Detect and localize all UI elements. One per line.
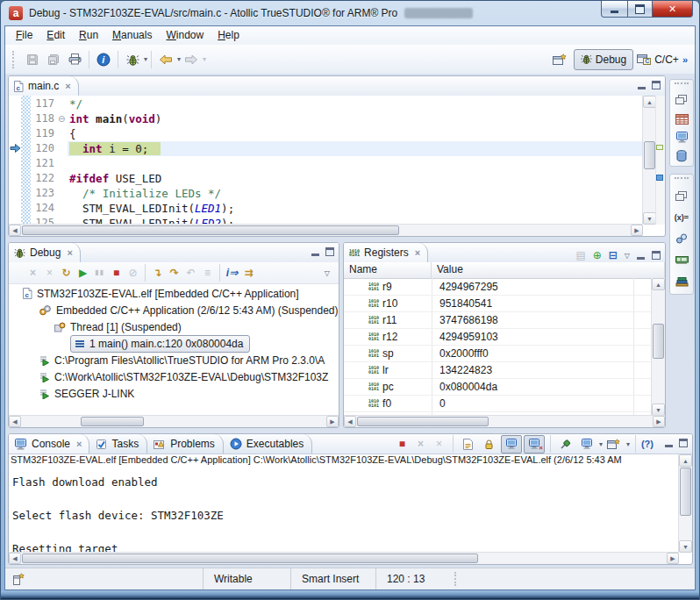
info-button[interactable]: i [93,49,114,70]
maximize-button[interactable] [628,1,653,18]
pin-console-button[interactable] [556,436,575,453]
add-register-group-icon[interactable]: ⊕ [593,247,602,263]
print-button[interactable] [64,49,85,70]
code-area[interactable]: */ int main(void) { int i = 0; #ifdef US… [68,96,643,225]
console-fast-view-button[interactable] [670,128,693,146]
tab-problems[interactable]: Problems [147,434,224,454]
editor-vscroll-thumb[interactable] [644,141,655,169]
view-menu-icon[interactable]: ▽ [625,252,630,260]
help-icon[interactable]: (?) [641,436,654,452]
tab-debug[interactable]: Debug × [9,243,81,262]
registers-vertical-scrollbar[interactable]: ▲ ▼ [651,278,665,416]
console-hscroll-thumb[interactable] [22,554,478,563]
open-console-button[interactable] [604,436,624,453]
registers-horizontal-scrollbar[interactable]: ◀ ▶ [344,415,665,427]
open-perspective-button[interactable] [549,49,570,70]
back-button[interactable] [155,49,176,70]
tree-item-stack-frame[interactable]: 1 main() main.c:120 0x080004da [70,335,250,352]
scroll-up-icon[interactable]: ▲ [679,454,692,467]
current-line-marker[interactable] [656,145,663,150]
scroll-right-icon[interactable]: ▶ [667,553,679,564]
menu-edit[interactable]: Edit [39,26,72,45]
debug-launch-dropdown[interactable]: ▾ [144,55,147,63]
clear-console-button[interactable] [459,436,478,453]
scroll-left-icon[interactable]: ◀ [9,416,21,427]
folding-column[interactable]: ⊖ [57,96,68,225]
tab-close-icon[interactable]: × [415,247,420,258]
display-console-dropdown[interactable]: ▾ [599,440,603,448]
scroll-left-icon[interactable]: ◀ [9,225,21,236]
scroll-left-icon[interactable]: ◀ [344,416,356,427]
tab-main-c[interactable]: c main.c × [9,76,79,96]
tab-registers[interactable]: 10100101 Registers × [344,243,428,262]
menu-help[interactable]: Help [211,26,246,45]
instruction-stepping-icon[interactable]: ≡ [199,265,216,281]
debug-minimize-icon[interactable] [311,248,319,256]
register-row[interactable]: 10100101r94294967295 [344,278,652,296]
console-vertical-scrollbar[interactable]: ▲ ▼ [678,454,692,553]
breakpoints-view-button[interactable] [670,228,693,249]
scroll-up-icon[interactable]: ▲ [652,278,665,290]
perspective-cpp-button[interactable]: C C/C+ [637,54,679,66]
tree-item-segger[interactable]: SEGGER J-LINK [39,385,134,402]
show-debug-info-icon[interactable]: i⇒ [224,265,240,281]
menu-run[interactable]: Run [72,26,105,45]
register-row[interactable]: 10100101lr134224823 [344,361,652,379]
selected-stack-frame[interactable]: 1 main() main.c:120 0x080004da [70,335,250,353]
step-into-icon[interactable]: ↴ [149,265,166,281]
tab-tasks[interactable]: Tasks [89,434,147,454]
tab-close-icon[interactable]: × [76,439,82,449]
registers-vscroll-thumb[interactable] [653,324,664,359]
disconnect-icon[interactable]: ⊘ [125,265,141,281]
step-over-icon[interactable]: ↷ [166,265,182,281]
tree-item-gdb-path[interactable]: C:\Program Files\Atollic\TrueSTUDIO for … [39,352,325,368]
editor-minimize-icon[interactable] [638,82,646,89]
menu-manuals[interactable]: Manuals [105,26,159,45]
minimize-button[interactable] [601,1,628,18]
save-button[interactable] [22,49,43,70]
forward-dropdown[interactable]: ▾ [203,55,206,63]
menu-file[interactable]: File [9,26,39,45]
save-all-button[interactable] [43,49,64,70]
column-name[interactable]: Name [344,262,432,278]
perspective-debug-button[interactable]: Debug [574,49,633,70]
scroll-lock-button[interactable] [480,436,499,453]
registers-minimize-icon[interactable] [637,252,645,260]
tab-close-icon[interactable]: × [67,247,72,258]
reset-icon[interactable]: × [41,265,58,281]
step-return-icon[interactable]: ↶ [182,265,199,281]
debug-hscroll-thumb[interactable] [81,417,144,426]
scroll-left-icon[interactable]: ◀ [9,553,21,564]
register-row[interactable]: 10100101pc0x080004da [344,378,652,396]
annotation-ruler[interactable] [9,96,22,225]
editor-body[interactable]: 117 118 119 120 121 122 123 124 125 ⊖ [9,96,665,236]
scroll-down-icon[interactable]: ▼ [643,212,656,225]
scroll-up-icon[interactable]: ▲ [643,96,656,108]
remove-launch-icon[interactable]: × [412,436,429,452]
resume-icon[interactable]: ▶ [75,265,91,281]
tree-item-application[interactable]: Embedded C/C++ Application (2/6/12 5:43 … [39,302,339,318]
tree-item-launch[interactable]: c STM32F103ZE-EVAL.elf [Embedded C/C++ A… [23,285,299,302]
console-horizontal-scrollbar[interactable]: ◀ ▶ [9,552,679,564]
column-value[interactable]: Value [432,262,665,278]
variables-view-button[interactable]: (x)= [670,207,693,228]
debug-horizontal-scrollbar[interactable]: ◀ ▶ [9,415,339,427]
sfr-view-button[interactable] [670,110,693,128]
editor-hscroll-thumb[interactable] [22,225,399,235]
scroll-down-icon[interactable]: ▼ [679,540,692,553]
suspend-icon[interactable]: ▮▮ [91,265,108,281]
console-maximize-icon[interactable] [679,439,688,447]
show-stderr-button[interactable]: × [524,435,545,454]
scroll-right-icon[interactable]: ▶ [631,225,643,236]
open-console-dropdown[interactable]: ▾ [626,440,630,448]
scroll-right-icon[interactable]: ▶ [653,416,665,427]
tree-item-thread[interactable]: Thread [1] (Suspended) [54,318,182,335]
memory-browser-button[interactable] [670,249,693,270]
display-console-button[interactable] [577,436,596,453]
scroll-down-icon[interactable]: ▼ [652,404,665,416]
terminate-icon[interactable]: ■ [108,265,125,281]
tab-console[interactable]: Console × [9,434,89,454]
memory-fast-view-button[interactable] [670,147,693,166]
layout-icon[interactable]: ▤ [575,247,585,263]
registers-hscroll-thumb[interactable] [357,417,489,426]
